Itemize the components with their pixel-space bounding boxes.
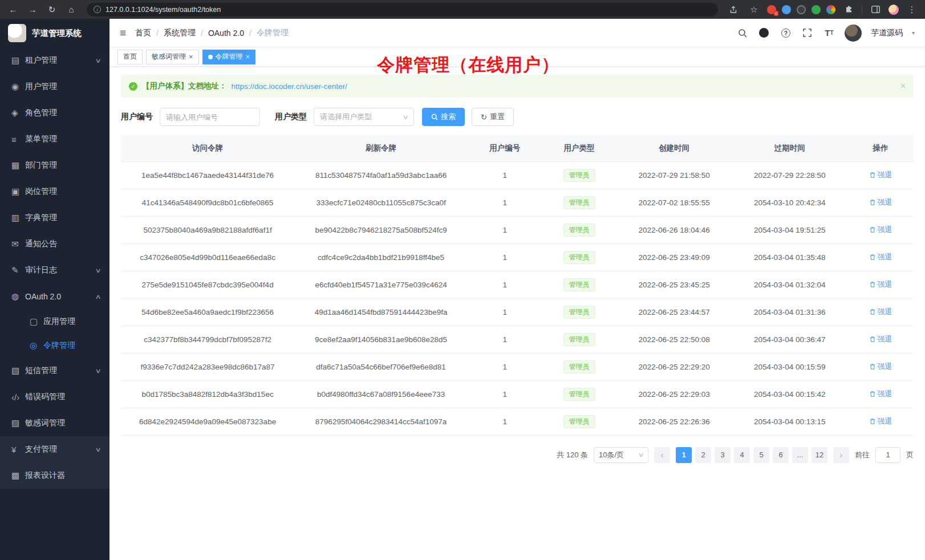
pagination-more-button[interactable]: ... — [792, 447, 808, 463]
cell-user-id: 1 — [468, 353, 542, 380]
sidebar-item-dict[interactable]: ▥ 字典管理 — [0, 205, 109, 231]
home-button[interactable]: ⌂ — [64, 3, 79, 17]
cell-create-time: 2022-06-25 22:29:03 — [616, 380, 732, 408]
cell-user-id: 1 — [468, 380, 542, 408]
breadcrumb-item-1[interactable]: 系统管理 — [164, 28, 196, 38]
force-logout-button[interactable]: 强退 — [869, 389, 892, 399]
sidebar-item-notice[interactable]: ✉ 通知公告 — [0, 231, 109, 257]
cell-expire-time: 2054-03-04 00:15:42 — [732, 380, 847, 408]
sidebar-item-user[interactable]: ◉ 用户管理 — [0, 74, 109, 100]
force-logout-button[interactable]: 强退 — [869, 279, 892, 290]
page-button-5[interactable]: 5 — [753, 447, 769, 463]
sidebar-item-tenant[interactable]: ▤ 租户管理 ∨ — [0, 47, 109, 74]
success-check-icon: ✓ — [129, 82, 137, 91]
tab-close-icon[interactable]: × — [246, 53, 250, 60]
sidebar-item-error-code[interactable]: ‹/› 错误码管理 — [0, 384, 109, 410]
page-button-2[interactable]: 2 — [695, 447, 711, 463]
pagination: 共 120 条 10条/页 ∨ ‹ 123456...12 › 前往 页 — [121, 447, 914, 463]
user-type-badge: 管理员 — [563, 415, 595, 428]
sidebar-item-sms[interactable]: ▧ 短信管理 ∨ — [0, 358, 109, 384]
collapse-sidebar-icon[interactable]: ≡ — [120, 27, 126, 39]
search-button[interactable]: 搜索 — [422, 108, 465, 126]
font-size-icon[interactable]: TT — [823, 27, 835, 39]
force-logout-button[interactable]: 强退 — [869, 362, 892, 372]
tab-home[interactable]: 首页 — [117, 50, 143, 64]
extensions-puzzle-icon[interactable] — [841, 3, 856, 17]
force-logout-button[interactable]: 强退 — [869, 197, 892, 208]
page-button-4[interactable]: 4 — [734, 447, 750, 463]
next-page-button[interactable]: › — [833, 447, 849, 463]
cell-access-token: 41c41346a548490f9dc8b01c6bfe0865 — [121, 189, 294, 216]
cell-action: 强退 — [847, 189, 914, 216]
browser-menu-button[interactable]: ⋮ — [904, 3, 919, 17]
extension-icon-1[interactable]: 0 — [767, 5, 776, 14]
tab-token[interactable]: 令牌管理 × — [202, 50, 256, 64]
breadcrumb-item-2[interactable]: OAuth 2.0 — [208, 29, 244, 38]
force-logout-button[interactable]: 强退 — [869, 307, 892, 317]
sidebar-item-pay[interactable]: ¥ 支付管理 ∨ — [0, 436, 109, 462]
user-type-badge: 管理员 — [563, 278, 595, 291]
user-type-select[interactable]: 请选择用户类型 ∨ — [314, 108, 414, 126]
help-icon[interactable]: ? — [780, 27, 792, 39]
banner-link[interactable]: https://doc.iocoder.cn/user-center/ — [232, 82, 347, 91]
search-icon[interactable] — [736, 27, 749, 39]
user-avatar[interactable] — [845, 25, 862, 42]
column-header-4: 创建时间 — [616, 135, 732, 161]
info-icon[interactable]: i — [94, 6, 101, 13]
force-logout-button[interactable]: 强退 — [869, 334, 892, 344]
user-id-input[interactable] — [160, 108, 260, 126]
token-icon: ◎ — [30, 340, 43, 351]
sidebar-item-oauth2-app[interactable]: ▢ 应用管理 — [0, 310, 109, 334]
table-row: 6d842e2924594de9a09e45e087323abe 8796295… — [121, 408, 914, 435]
sidebar-item-sensitive-word[interactable]: ▨ 敏感词管理 — [0, 410, 109, 436]
breadcrumb-item-0[interactable]: 首页 — [135, 28, 151, 38]
banner-close-icon[interactable]: × — [900, 81, 906, 91]
force-logout-button[interactable]: 强退 — [869, 252, 892, 262]
sidebar-item-menu[interactable]: ≡ 菜单管理 — [0, 126, 109, 152]
profile-avatar[interactable] — [889, 5, 899, 15]
page-button-6[interactable]: 6 — [773, 447, 789, 463]
extension-icon-4[interactable] — [812, 5, 821, 14]
extension-icon-3[interactable] — [797, 5, 806, 14]
menu-list-icon: ≡ — [11, 135, 25, 144]
page-button-1[interactable]: 1 — [676, 447, 692, 463]
reset-button[interactable]: ↻ 重置 — [472, 108, 514, 126]
breadcrumb-separator: / — [156, 29, 159, 38]
info-banner: ✓ 【用户体系】文档地址： https://doc.iocoder.cn/use… — [121, 75, 914, 98]
bookmark-star-icon[interactable]: ☆ — [747, 3, 761, 17]
chevron-down-icon[interactable]: ▾ — [912, 30, 915, 36]
forward-button[interactable]: → — [25, 3, 40, 17]
user-type-label: 用户类型 — [275, 112, 307, 122]
page-button-12[interactable]: 12 — [812, 447, 827, 463]
tab-sensitive-word[interactable]: 敏感词管理 × — [146, 50, 199, 64]
share-icon[interactable] — [726, 3, 741, 17]
table-row: f9336e7c7dd242a283ee98dc86b17a87 dfa6c71… — [121, 353, 914, 380]
cell-expire-time: 2054-03-04 01:35:48 — [732, 244, 847, 271]
prev-page-button[interactable]: ‹ — [654, 447, 670, 463]
fullscreen-icon[interactable] — [801, 27, 814, 39]
extension-icon-5[interactable] — [826, 5, 835, 14]
tab-close-icon[interactable]: × — [189, 53, 193, 60]
back-button[interactable]: ← — [6, 3, 21, 17]
url-bar[interactable]: i 127.0.0.1:1024/system/oauth2/token — [87, 3, 718, 17]
sidebar-item-post[interactable]: ▣ 岗位管理 — [0, 178, 109, 205]
page-size-select[interactable]: 10条/页 ∨ — [594, 447, 648, 463]
goto-page-input[interactable] — [875, 447, 900, 463]
github-icon[interactable] — [758, 27, 770, 39]
chevron-down-icon: ∨ — [638, 451, 644, 458]
reload-button[interactable]: ↻ — [44, 3, 59, 17]
sidebar-item-audit-log[interactable]: ✎ 审计日志 ∨ — [0, 257, 109, 283]
extension-icon-2[interactable] — [782, 5, 791, 14]
force-logout-button[interactable]: 强退 — [869, 416, 892, 427]
sidebar-item-report-designer[interactable]: ▩ 报表设计器 — [0, 462, 109, 489]
banner-text: 【用户体系】文档地址： — [142, 81, 227, 91]
cell-access-token: 502375b8040a469a9b82188afdf6af1f — [121, 216, 294, 244]
page-button-3[interactable]: 3 — [715, 447, 731, 463]
force-logout-button[interactable]: 强退 — [869, 225, 892, 235]
sidebar-item-oauth2[interactable]: ◍ OAuth 2.0 ∧ — [0, 283, 109, 310]
force-logout-button[interactable]: 强退 — [869, 170, 892, 180]
side-panel-icon[interactable] — [868, 3, 883, 17]
sidebar-item-role[interactable]: ◈ 角色管理 — [0, 100, 109, 126]
sidebar-item-oauth2-token[interactable]: ◎ 令牌管理 — [0, 334, 109, 358]
sidebar-item-dept[interactable]: ▦ 部门管理 — [0, 152, 109, 178]
